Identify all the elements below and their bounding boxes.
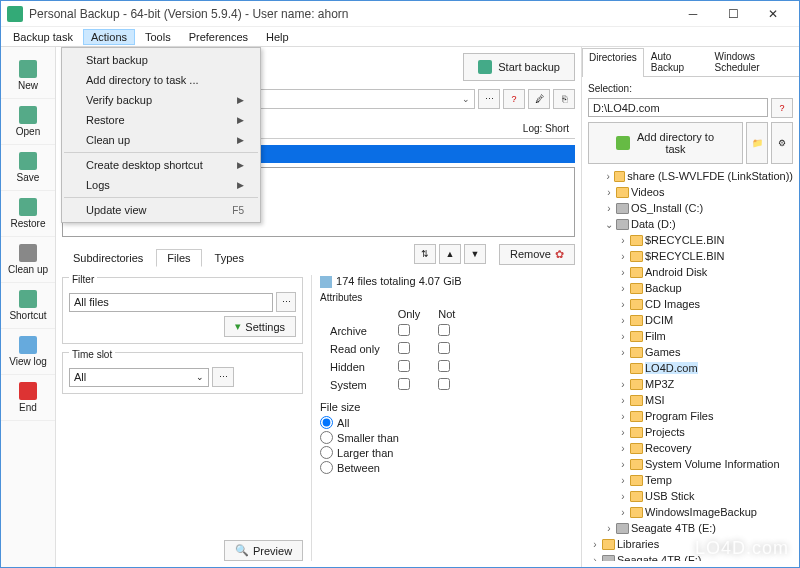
filesize-between[interactable]: Between: [320, 460, 575, 475]
tree-node[interactable]: ›Temp: [588, 472, 793, 488]
tree-node[interactable]: ›Projects: [588, 424, 793, 440]
menu-item-help[interactable]: Help: [258, 29, 297, 45]
dest-btn-1[interactable]: ⋯: [478, 89, 500, 109]
actions-menu-start-backup[interactable]: Start backup: [64, 50, 258, 70]
attr-read-only-not[interactable]: [438, 342, 450, 354]
filesize-radio[interactable]: [320, 461, 333, 474]
disclosure-icon[interactable]: ›: [618, 459, 628, 470]
disclosure-icon[interactable]: ›: [618, 395, 628, 406]
disclosure-icon[interactable]: ›: [618, 315, 628, 326]
tree-node[interactable]: ›Program Files: [588, 408, 793, 424]
attr-hidden-not[interactable]: [438, 360, 450, 372]
dest-btn-3[interactable]: 🖉: [528, 89, 550, 109]
tree-node[interactable]: ›Libraries: [588, 536, 793, 552]
disclosure-icon[interactable]: ›: [604, 523, 614, 534]
tree-node[interactable]: ›CD Images: [588, 296, 793, 312]
filesize-smaller-than[interactable]: Smaller than: [320, 430, 575, 445]
tree-node[interactable]: ›$RECYCLE.BIN: [588, 248, 793, 264]
tree-node[interactable]: ›System Volume Information: [588, 456, 793, 472]
tree-node[interactable]: ›Recovery: [588, 440, 793, 456]
tree-node[interactable]: ›$RECYCLE.BIN: [588, 232, 793, 248]
tree-node[interactable]: ›OS_Install (C:): [588, 200, 793, 216]
menu-item-backup-task[interactable]: Backup task: [5, 29, 81, 45]
disclosure-icon[interactable]: ›: [618, 475, 628, 486]
disclosure-icon[interactable]: ›: [618, 491, 628, 502]
menu-item-actions[interactable]: Actions: [83, 29, 135, 45]
directory-tree[interactable]: ›share (LS-WVLFDE (LinkStation))›Videos›…: [588, 168, 793, 561]
timeslot-combo[interactable]: All⌄: [69, 368, 209, 387]
filter-combo[interactable]: All files: [69, 293, 273, 312]
actions-menu-create-desktop-shortcut[interactable]: Create desktop shortcut▶: [64, 155, 258, 175]
tree-node[interactable]: ›Seagate 4TB (F:): [588, 552, 793, 561]
right-tab-auto-backup[interactable]: Auto Backup: [644, 47, 708, 76]
add-directory-button[interactable]: Add directory to task: [588, 122, 743, 164]
filter-settings-button[interactable]: ▾Settings: [224, 316, 296, 337]
attr-archive-not[interactable]: [438, 324, 450, 336]
dest-btn-4[interactable]: ⎘: [553, 89, 575, 109]
timeslot-edit-button[interactable]: ⋯: [212, 367, 234, 387]
toolbar-clean-up[interactable]: Clean up: [1, 237, 55, 283]
menu-item-preferences[interactable]: Preferences: [181, 29, 256, 45]
tree-node[interactable]: ›Backup: [588, 280, 793, 296]
tree-node[interactable]: ›Seagate 4TB (E:): [588, 520, 793, 536]
subtab-files[interactable]: Files: [156, 249, 201, 267]
subtab-types[interactable]: Types: [204, 249, 255, 267]
disclosure-icon[interactable]: ›: [618, 235, 628, 246]
disclosure-icon[interactable]: ›: [618, 411, 628, 422]
filesize-radio[interactable]: [320, 431, 333, 444]
filter-edit-button[interactable]: ⋯: [276, 292, 296, 312]
filesize-all[interactable]: All: [320, 415, 575, 430]
actions-menu-restore[interactable]: Restore▶: [64, 110, 258, 130]
start-backup-button[interactable]: Start backup: [463, 53, 575, 81]
reorder-button[interactable]: ⇅: [414, 244, 436, 264]
tree-node[interactable]: ›Videos: [588, 184, 793, 200]
tree-node[interactable]: ›WindowsImageBackup: [588, 504, 793, 520]
toolbar-save[interactable]: Save: [1, 145, 55, 191]
toolbar-end[interactable]: End: [1, 375, 55, 421]
disclosure-icon[interactable]: ›: [604, 187, 614, 198]
maximize-button[interactable]: ☐: [713, 2, 753, 26]
disclosure-icon[interactable]: ›: [604, 203, 614, 214]
actions-menu-verify-backup[interactable]: Verify backup▶: [64, 90, 258, 110]
tree-node[interactable]: LO4D.com: [588, 360, 793, 376]
movedown-button[interactable]: ▼: [464, 244, 486, 264]
tree-node[interactable]: ›Film: [588, 328, 793, 344]
attr-read-only-only[interactable]: [398, 342, 410, 354]
disclosure-icon[interactable]: ›: [618, 443, 628, 454]
attr-system-not[interactable]: [438, 378, 450, 390]
disclosure-icon[interactable]: ⌄: [604, 219, 614, 230]
disclosure-icon[interactable]: ›: [618, 283, 628, 294]
tree-node[interactable]: ›MP3Z: [588, 376, 793, 392]
toolbar-open[interactable]: Open: [1, 99, 55, 145]
actions-menu-clean-up[interactable]: Clean up▶: [64, 130, 258, 150]
toolbar-shortcut[interactable]: Shortcut: [1, 283, 55, 329]
tree-node[interactable]: ›MSI: [588, 392, 793, 408]
attr-hidden-only[interactable]: [398, 360, 410, 372]
subtab-subdirectories[interactable]: Subdirectories: [62, 249, 154, 267]
tree-node[interactable]: ›USB Stick: [588, 488, 793, 504]
moveup-button[interactable]: ▲: [439, 244, 461, 264]
disclosure-icon[interactable]: ›: [618, 299, 628, 310]
selection-help-button[interactable]: ?: [771, 98, 793, 118]
add-aux-button-2[interactable]: ⚙: [771, 122, 793, 164]
preview-button[interactable]: 🔍Preview: [224, 540, 303, 561]
toolbar-restore[interactable]: Restore: [1, 191, 55, 237]
menu-item-tools[interactable]: Tools: [137, 29, 179, 45]
tree-node[interactable]: ›share (LS-WVLFDE (LinkStation)): [588, 168, 793, 184]
minimize-button[interactable]: ─: [673, 2, 713, 26]
actions-menu-add-directory-to-task-[interactable]: Add directory to task ...: [64, 70, 258, 90]
filesize-radio[interactable]: [320, 446, 333, 459]
remove-button[interactable]: Remove✿: [499, 244, 575, 265]
attr-archive-only[interactable]: [398, 324, 410, 336]
close-button[interactable]: ✕: [753, 2, 793, 26]
actions-menu-update-view[interactable]: Update viewF5: [64, 200, 258, 220]
add-aux-button-1[interactable]: 📁: [746, 122, 768, 164]
toolbar-new[interactable]: New: [1, 53, 55, 99]
tree-node[interactable]: ›DCIM: [588, 312, 793, 328]
attr-system-only[interactable]: [398, 378, 410, 390]
tree-node[interactable]: ⌄Data (D:): [588, 216, 793, 232]
selection-input[interactable]: [588, 98, 768, 117]
toolbar-view-log[interactable]: View log: [1, 329, 55, 375]
disclosure-icon[interactable]: ›: [618, 347, 628, 358]
disclosure-icon[interactable]: ›: [604, 171, 612, 182]
